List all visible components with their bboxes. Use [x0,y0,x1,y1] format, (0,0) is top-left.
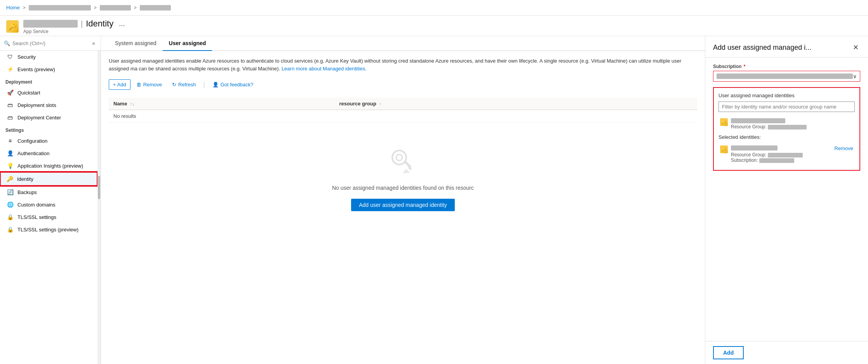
selected-sub-value [759,158,794,163]
subscription-label: Subscription * [713,64,860,69]
sidebar-item-slots-label: Deployment slots [17,102,56,108]
col-resource-group[interactable]: resource group ↑ [335,98,698,110]
sidebar-item-insights-label: Application Insights (preview) [17,163,83,169]
add-identity-cta-button[interactable]: Add user assigned managed identity [351,199,454,211]
table-row-no-results: No results [109,110,697,122]
panel-body: User assigned managed identities enable … [101,51,705,229]
breadcrumb-sep1: > [23,5,26,10]
sort-icon-rg: ↑ [379,102,381,106]
sidebar-item-deployment-center[interactable]: 🗃 Deployment Center [0,111,97,124]
app-icon: 🔑 [6,20,19,33]
sidebar-item-identity[interactable]: 🔑 Identity [0,172,97,186]
identity-item-icon: 🔑 [720,118,728,126]
empty-icon [388,146,419,177]
breadcrumb-sep2: > [94,5,97,10]
selected-item-remove[interactable]: Remove [835,145,853,151]
events-icon: ⚡ [7,66,14,73]
sidebar-item-configuration[interactable]: ≡ Configuration [0,135,97,147]
breadcrumb-home[interactable]: Home [6,5,20,10]
sidebar-item-security[interactable]: 🛡 Security [0,51,97,63]
sidebar-item-authentication[interactable]: 👤 Authentication [0,147,97,159]
selected-identities-section: Selected identities: 🔑 Resource Group: S… [718,134,855,165]
right-panel-title: Add user assigned managed i... [713,44,811,52]
selected-item-details: Resource Group: Subscription: [731,145,831,163]
app-subtitle: App Service [23,29,127,34]
sidebar-item-domains-label: Custom domains [17,202,56,208]
sidebar-scrollbar[interactable] [97,51,101,364]
sidebar-item-center-label: Deployment Center [17,115,61,121]
sidebar-item-events-label: Events (preview) [17,66,55,72]
tls-preview-icon: 🔒 [7,226,14,233]
learn-more-link[interactable]: Learn more about Managed identities. [282,66,367,72]
sidebar-item-tls-ssl-preview[interactable]: 🔒 TLS/SSL settings (preview) [0,223,97,236]
right-panel: Add user assigned managed i... ✕ Subscri… [705,36,868,364]
right-panel-footer: Add [705,341,868,364]
selected-rg-value [768,153,803,158]
chevron-down-icon: ∨ [853,73,857,79]
subscription-value [717,74,853,79]
main-panel: System assigned User assigned User assig… [101,36,705,364]
sidebar-item-tls-ssl[interactable]: 🔒 TLS/SSL settings [0,211,97,223]
identities-section: User assigned managed identities 🔑 Resou… [713,87,860,171]
identity-rg-value [768,125,807,130]
app-name-redacted [23,20,78,28]
sidebar-item-tls-label: TLS/SSL settings [17,214,56,220]
selected-label: Selected identities: [718,134,855,140]
authentication-icon: 👤 [7,150,14,157]
sidebar-item-backups[interactable]: 🔄 Backups [0,186,97,198]
tab-bar: System assigned User assigned [101,36,705,51]
sidebar-item-app-insights[interactable]: 💡 Application Insights (preview) [0,159,97,172]
tab-user-assigned[interactable]: User assigned [163,36,212,51]
right-panel-body: Subscription * ∨ User assigned managed i… [705,58,868,341]
add-button[interactable]: + Add [109,79,130,90]
feedback-button[interactable]: 👤 Got feedback? [208,79,258,90]
breadcrumb-item4 [140,5,171,10]
collapse-button[interactable]: « [90,39,97,47]
sidebar-item-custom-domains[interactable]: 🌐 Custom domains [0,198,97,211]
refresh-button[interactable]: ↻ Refresh [168,79,200,90]
identity-item-rg: Resource Group: [731,124,807,130]
identity-icon: 🔑 [6,175,13,182]
deployment-slots-icon: 🗃 [7,102,14,108]
content-area: 🔍 « 🛡 Security ⚡ Events (preview) Deploy… [0,36,868,364]
tab-system-assigned[interactable]: System assigned [109,36,163,51]
subscription-select[interactable]: ∨ [713,71,860,82]
breadcrumb-item2 [29,5,91,10]
identity-filter-input[interactable] [718,102,855,112]
selected-item-rg: Resource Group: [731,152,831,158]
svg-point-1 [396,154,402,161]
sidebar-item-quickstart[interactable]: 🚀 Quickstart [0,86,97,99]
right-panel-add-button[interactable]: Add [713,346,744,359]
sidebar-item-deployment-slots[interactable]: 🗃 Deployment slots [0,99,97,111]
refresh-icon: ↻ [172,82,176,88]
identity-list-item[interactable]: 🔑 Resource Group: [718,116,855,132]
sidebar-item-tls-preview-label: TLS/SSL settings (preview) [17,227,78,233]
feedback-icon: 👤 [212,82,219,88]
deployment-center-icon: 🗃 [7,114,14,121]
remove-button[interactable]: 🗑 Remove [132,79,166,90]
selected-item-name [731,145,778,150]
identities-section-label: User assigned managed identities [718,93,855,98]
close-button[interactable]: ✕ [851,42,860,52]
table-header-row: Name ↑↓ resource group ↑ [109,98,697,110]
search-icon: 🔍 [4,40,10,46]
sidebar-item-auth-label: Authentication [17,150,49,156]
sidebar-item-config-label: Configuration [17,138,47,144]
search-input[interactable] [12,40,88,46]
sidebar-item-identity-label: Identity [17,176,33,182]
selected-item-sub: Subscription: [731,158,831,163]
col-name[interactable]: Name ↑↓ [109,98,335,110]
svg-point-0 [392,150,406,164]
sidebar-item-events[interactable]: ⚡ Events (preview) [0,63,97,75]
svg-marker-4 [403,169,409,173]
main-header: 🔑 | Identity ... App Service [0,16,868,36]
search-box: 🔍 « [0,36,101,51]
shield-icon: 🛡 [7,53,14,60]
subscription-field-group: Subscription * ∨ [713,64,860,82]
ellipsis-button[interactable]: ... [117,19,127,29]
sidebar-item-quickstart-label: Quickstart [17,90,40,96]
sidebar: 🔍 « 🛡 Security ⚡ Events (preview) Deploy… [0,36,101,364]
svg-rect-2 [404,161,412,168]
breadcrumb-sep3: > [134,5,137,10]
breadcrumb-bar: Home > > > [0,0,868,16]
